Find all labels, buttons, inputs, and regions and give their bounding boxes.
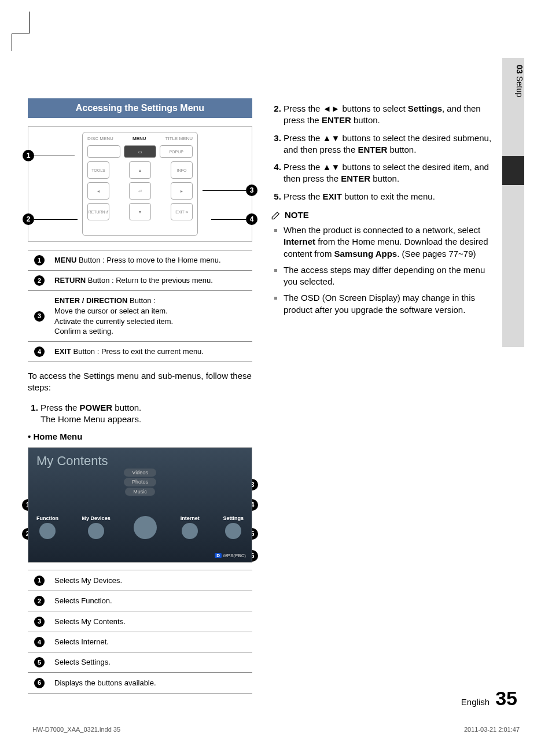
btn-exit: EXIT ⇥: [171, 203, 193, 220]
home-title: My Contents: [36, 452, 108, 470]
steps-list-right: Press the ◄► buttons to select Settings,…: [271, 103, 495, 202]
btn-tools: TOOLS: [87, 161, 109, 179]
side-tab: 03 Setup: [502, 58, 524, 185]
table-row: 3 ENTER / DIRECTION Button : Move the cu…: [28, 291, 252, 341]
remote-body: DISC MENU MENU TITLE MENU ▭ POPUP TOOLS …: [82, 132, 198, 236]
crop-mark-corner: [12, 34, 29, 51]
home-menu-figure: My Contents Videos Photos Music Function…: [28, 447, 252, 563]
note-1: When the product is connected to a netwo…: [284, 224, 495, 260]
settings-icon: [225, 523, 241, 539]
home-tabs: Videos Photos Music: [124, 469, 156, 496]
page-footer: English 35: [461, 687, 517, 710]
btn-left: ◄: [87, 182, 109, 200]
btn-popup: POPUP: [160, 145, 193, 158]
legend-table-remote: 1 MENU Button : Press to move to the Hom…: [28, 250, 252, 362]
remote-figure: 1 2 3 4 DISC MENU MENU TITLE MENU ▭: [28, 126, 252, 242]
function-icon: [39, 523, 56, 539]
chapter-title: Setup: [515, 76, 524, 97]
btn-return: RETURN ↺: [87, 203, 109, 220]
home-icons-row: Function My Devices Internet Settings: [36, 515, 244, 539]
btn-menu: ▭: [124, 145, 157, 158]
btn-up: ▲: [129, 161, 151, 179]
intro-text: To access the Settings menu and sub-menu…: [28, 370, 252, 394]
callout-1: 1: [23, 150, 34, 161]
step-3: Press the ▲▼ buttons to select the desir…: [284, 132, 495, 156]
btn-down: ▼: [129, 203, 151, 220]
page-number: 35: [495, 687, 517, 709]
callout-2: 2: [23, 213, 34, 225]
btn-info: INFO: [171, 161, 193, 179]
print-info: HW-D7000_XAA_0321.indd 35 2011-03-21 2:0…: [32, 726, 520, 733]
devices-icon: [88, 523, 104, 539]
table-row: 4 EXIT Button : Press to exit the curren…: [28, 341, 252, 362]
print-file: HW-D7000_XAA_0321.indd 35: [32, 726, 120, 733]
step-1: Press the POWER button. The Home Menu ap…: [41, 402, 252, 426]
btn-enter: ⏎: [129, 182, 151, 200]
notes-list: When the product is connected to a netwo…: [271, 224, 495, 316]
step-5: Press the EXIT button to exit the menu.: [284, 191, 495, 202]
home-footer: DWPS(PBC): [215, 553, 246, 559]
left-column: Accessing the Settings Menu 1 2 3 4 DISC…: [28, 98, 252, 694]
note-heading: NOTE: [271, 209, 495, 221]
steps-list-left: Press the POWER button. The Home Menu ap…: [28, 402, 252, 426]
num-circle: 1: [34, 255, 45, 265]
step-2: Press the ◄► buttons to select Settings,…: [284, 103, 495, 127]
print-date: 2011-03-21 2:01:47: [464, 726, 520, 733]
center-icon: [134, 516, 157, 539]
table-row: 1 MENU Button : Press to move to the Hom…: [28, 250, 252, 270]
step-4: Press the ▲▼ buttons to select the desir…: [284, 161, 495, 185]
btn-right: ►: [171, 182, 193, 200]
side-gray-bar: [502, 185, 524, 347]
crop-mark-v: [29, 12, 30, 34]
side-tab-dark: [502, 156, 524, 185]
section-header: Accessing the Settings Menu: [28, 98, 252, 118]
btn-disc-menu: [87, 145, 120, 158]
right-column: Press the ◄► buttons to select Settings,…: [271, 98, 524, 694]
table-row: 2 RETURN Button : Return to the previous…: [28, 271, 252, 291]
pencil-icon: [271, 210, 281, 220]
note-2: The access steps may differ depending on…: [284, 264, 495, 288]
home-menu-label: • Home Menu: [28, 431, 252, 442]
label-menu: MENU: [133, 136, 146, 142]
callout-3: 3: [246, 185, 257, 196]
chapter-number: 03: [515, 65, 524, 74]
label-title-menu: TITLE MENU: [165, 136, 193, 142]
internet-icon: [182, 523, 198, 539]
legend-table-home: 1Selects My Devices. 2Selects Function. …: [28, 570, 252, 694]
label-disc-menu: DISC MENU: [87, 136, 113, 142]
note-3: The OSD (On Screen Display) may change i…: [284, 292, 495, 316]
callout-4: 4: [246, 213, 257, 225]
